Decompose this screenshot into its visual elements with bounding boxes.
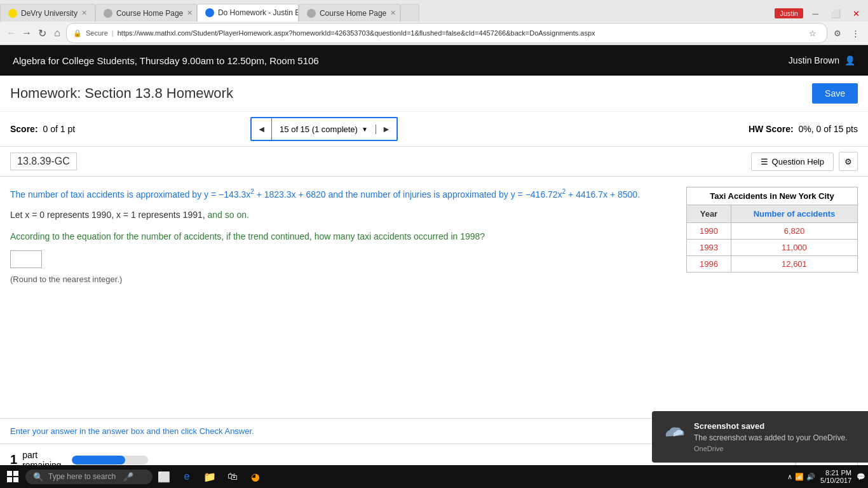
secure-label: Secure — [86, 29, 108, 37]
nav-prev-button[interactable]: ◄ — [252, 118, 272, 140]
taskbar-volume-icon: 🔊 — [806, 473, 815, 476]
tab-homework[interactable]: Do Homework - Justin B... ✕ — [197, 4, 299, 22]
address-text: https://www.mathxl.com/Student/PlayerHom… — [118, 29, 801, 37]
answer-instruction-text: Enter your answer in the answer box and … — [10, 426, 254, 436]
homework-header: Homework: Section 13.8 Homework Save — [0, 76, 868, 112]
bookmark-icon[interactable]: ☆ — [805, 25, 820, 41]
score-label: Score: 0 of 1 pt — [10, 124, 75, 134]
notification-title: Screenshot saved — [694, 421, 847, 431]
hw-score-label: HW Score: — [749, 124, 794, 134]
taskbar-search-icon: 🔍 — [33, 472, 43, 476]
nav-controls: ◄ 15 of 15 (1 complete) ▼ ► — [250, 117, 398, 141]
tab-devry-close[interactable]: ✕ — [81, 9, 87, 17]
taskbar-taskview-icon[interactable]: ⬜ — [155, 468, 173, 475]
part-label: part — [22, 450, 61, 460]
taskbar-sys-icons: ∧ 📶 🔊 — [787, 473, 815, 476]
table-title: Taxi Accidents in New York City — [686, 187, 858, 205]
address-bar[interactable]: 🔒 Secure | https://www.mathxl.com/Studen… — [66, 23, 827, 43]
user-info: Justin Brown 👤 — [789, 55, 855, 65]
tab-devry[interactable]: DeVry University ✕ — [0, 4, 95, 22]
question-header: 13.8.39-GC ☰ Question Help ⚙ — [0, 147, 868, 177]
table-cell-year-1: 1993 — [687, 240, 731, 256]
score-label-bold: Score: — [10, 124, 38, 134]
taxi-accidents-table: Year Number of accidents 1990 6,820 1993… — [686, 205, 858, 273]
notification-source: OneDrive — [694, 445, 847, 452]
nav-info-text: 15 of 15 (1 complete) — [280, 125, 358, 134]
course1-icon — [104, 9, 112, 18]
svg-rect-1 — [13, 471, 18, 475]
hw-score: HW Score: 0%, 0 of 15 pts — [749, 124, 858, 134]
progress-bar — [72, 456, 148, 464]
taskbar-right: ∧ 📶 🔊 8:21 PM 5/10/2017 💬 — [787, 469, 865, 475]
taskbar-search-text: Type here to search — [48, 472, 116, 475]
page-header: Algebra for College Students, Thursday 9… — [0, 45, 868, 76]
taskbar-chrome-icon[interactable]: ◕ — [247, 468, 264, 475]
tab-course2-label: Course Home Page — [320, 9, 386, 18]
course2-icon — [307, 9, 316, 18]
taskbar-edge-icon[interactable]: e — [178, 468, 196, 475]
tab-course2-close[interactable]: ✕ — [390, 9, 396, 17]
tab-course2[interactable]: Course Home Page ✕ — [299, 4, 400, 22]
round-note: (Round to the nearest integer.) — [10, 273, 674, 287]
list-icon: ☰ — [761, 157, 768, 166]
justin-badge: Justin — [775, 8, 803, 18]
question-id: 13.8.39-GC — [10, 152, 77, 170]
gear-icon: ⚙ — [844, 157, 852, 166]
minimize-button[interactable]: ─ — [807, 5, 824, 22]
table-cell-accidents-1: 11,000 — [731, 240, 857, 256]
table-col-accidents: Number of accidents — [731, 205, 857, 223]
menu-icon[interactable]: ⋮ — [848, 25, 863, 41]
notification-body: The screenshot was added to your OneDriv… — [694, 433, 847, 442]
nav-next-button[interactable]: ► — [376, 118, 397, 140]
taskbar-search-bar[interactable]: 🔍 Type here to search 🎤 — [25, 470, 153, 476]
content-area: The number of taxi accidents is approxim… — [0, 177, 868, 418]
tab-course1[interactable]: Course Home Page ✕ — [95, 4, 197, 22]
table-container: Taxi Accidents in New York City Year Num… — [686, 187, 858, 408]
taskbar-store-icon[interactable]: 🛍 — [224, 468, 241, 475]
nav-info[interactable]: 15 of 15 (1 complete) ▼ — [272, 125, 376, 134]
question-actions: ☰ Question Help ⚙ — [751, 152, 858, 171]
taskbar-up-icon: ∧ — [787, 473, 792, 476]
answer-input[interactable] — [10, 250, 42, 268]
tab-course1-label: Course Home Page — [116, 9, 183, 18]
justin-label: Justin — [780, 10, 798, 17]
homework-icon — [205, 8, 214, 17]
tab-devry-label: DeVry University — [21, 9, 78, 18]
home-button[interactable]: ⌂ — [51, 27, 64, 39]
onedrive-notification: Screenshot saved The screenshot was adde… — [652, 411, 868, 463]
taskbar: 🔍 Type here to search 🎤 ⬜ e 📁 🛍 ◕ ∧ 📶 🔊 … — [0, 465, 868, 475]
table-row: 1996 12,601 — [687, 256, 858, 273]
taskbar-notification-icon[interactable]: 💬 — [857, 473, 865, 476]
taskbar-clock: 8:21 PM — [820, 469, 851, 475]
new-tab-area — [400, 4, 419, 22]
taskbar-explorer-icon[interactable]: 📁 — [201, 468, 219, 475]
answer-box-row — [10, 250, 674, 268]
question-content: The number of taxi accidents is approxim… — [10, 187, 674, 408]
devry-icon — [8, 9, 17, 18]
forward-button[interactable]: → — [20, 27, 33, 39]
save-button[interactable]: Save — [812, 83, 858, 104]
close-button[interactable]: ✕ — [848, 5, 864, 22]
score-bar: Score: 0 of 1 pt ◄ 15 of 15 (1 complete)… — [0, 112, 868, 147]
hw-score-value: 0%, 0 of 15 pts — [799, 124, 858, 134]
table-cell-accidents-2: 12,601 — [731, 256, 857, 273]
question-para1: The number of taxi accidents is approxim… — [10, 187, 674, 201]
question-para3: According to the equation for the number… — [10, 229, 674, 243]
taskbar-time: 8:21 PM 5/10/2017 — [820, 469, 851, 475]
browser-controls: ← → ↻ ⌂ 🔒 Secure | https://www.mathxl.co… — [0, 22, 868, 44]
progress-fill — [72, 456, 125, 464]
settings-button[interactable]: ⚙ — [839, 152, 858, 171]
user-name: Justin Brown — [789, 55, 839, 65]
tab-course1-close[interactable]: ✕ — [187, 9, 193, 17]
onedrive-icon — [662, 421, 685, 444]
question-help-label: Question Help — [772, 157, 824, 166]
question-help-button[interactable]: ☰ Question Help — [751, 152, 834, 171]
tab-bar: DeVry University ✕ Course Home Page ✕ Do… — [0, 0, 868, 22]
table-col-year: Year — [687, 205, 731, 223]
extensions-icon[interactable]: ⚙ — [830, 25, 845, 41]
back-button[interactable]: ← — [5, 27, 18, 39]
browser-chrome: DeVry University ✕ Course Home Page ✕ Do… — [0, 0, 868, 45]
reload-button[interactable]: ↻ — [36, 27, 48, 39]
maximize-button[interactable]: ⬜ — [827, 5, 844, 22]
start-button[interactable] — [3, 466, 23, 475]
